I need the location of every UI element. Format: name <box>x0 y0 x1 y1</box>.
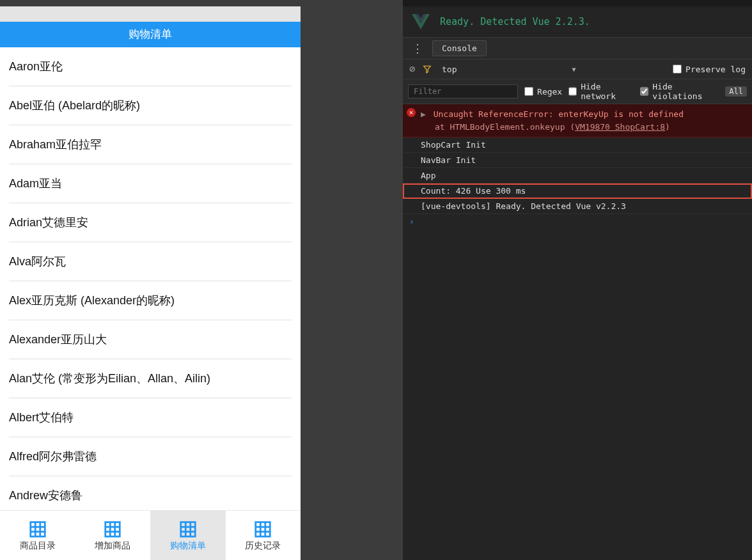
list-item[interactable]: Alfred阿尔弗雷德 <box>9 437 292 476</box>
nav-item-catalog[interactable]: 商品目录 <box>0 511 75 560</box>
svg-rect-10 <box>181 522 196 536</box>
level-all-pill[interactable]: All <box>725 86 747 97</box>
list-item[interactable]: Alva阿尔瓦 <box>9 242 292 281</box>
context-selector[interactable]: top <box>442 65 457 74</box>
nav-label: 商品目录 <box>20 540 56 552</box>
hide-network-toggle[interactable]: Hide network <box>568 82 634 101</box>
devtools-tabbar: ⋮ Console <box>403 37 752 59</box>
panes-gap <box>301 0 403 560</box>
regex-label: Regex <box>537 87 562 97</box>
console-output[interactable]: ✕ ▶ Uncaught ReferenceError: enterKeyUp … <box>403 104 752 560</box>
preserve-log-checkbox[interactable] <box>673 65 682 74</box>
chevron-down-icon: ▼ <box>572 66 576 73</box>
devtools-panel: Ready. Detected Vue 2.2.3. ⋮ Console ⊘ t… <box>403 0 752 560</box>
grid-icon <box>103 520 122 539</box>
hide-violations-label: Hide violations <box>652 82 719 101</box>
dark-strip <box>403 0 752 6</box>
regex-checkbox[interactable] <box>524 87 533 96</box>
error-source-link[interactable]: VM19870 ShopCart:8 <box>575 122 665 132</box>
nav-item-cart[interactable]: 购物清单 <box>150 511 226 560</box>
error-icon: ✕ <box>407 108 416 117</box>
nav-item-history[interactable]: 历史记录 <box>226 511 301 560</box>
vue-devtools-banner: Ready. Detected Vue 2.2.3. <box>403 6 752 37</box>
list-item[interactable]: Albert艾伯特 <box>9 398 292 437</box>
hide-network-checkbox[interactable] <box>568 87 577 96</box>
regex-toggle[interactable]: Regex <box>524 87 562 97</box>
list-item[interactable]: Adam亚当 <box>9 164 292 203</box>
console-log[interactable]: NavBar Init <box>403 153 752 168</box>
hide-network-label: Hide network <box>581 82 634 101</box>
clear-console-icon[interactable]: ⊘ <box>409 63 415 75</box>
hide-violations-toggle[interactable]: Hide violations <box>640 82 719 101</box>
hide-violations-checkbox[interactable] <box>640 87 648 96</box>
grid-icon <box>253 520 272 539</box>
bottom-navbar: 商品目录 增加商品 购物清单 历史记录 <box>0 510 301 560</box>
svg-rect-5 <box>106 522 120 536</box>
svg-marker-22 <box>424 66 431 73</box>
nav-label: 购物清单 <box>170 540 206 552</box>
vue-logo-icon <box>412 13 430 31</box>
expand-icon[interactable]: ▶ <box>421 109 426 119</box>
list-item[interactable]: Abel亚伯 (Abelard的昵称) <box>9 86 292 125</box>
list-item[interactable]: Andrew安德鲁 <box>9 476 292 510</box>
console-toolbar: ⊘ top ▼ Preserve log <box>403 59 752 79</box>
preserve-log-label: Preserve log <box>685 65 746 74</box>
console-log[interactable]: App <box>403 168 752 183</box>
list-item[interactable]: Abraham亚伯拉罕 <box>9 125 292 164</box>
console-log[interactable]: ShopCart Init <box>403 137 752 153</box>
list-item[interactable]: Aaron亚伦 <box>9 47 292 86</box>
svg-rect-15 <box>256 522 270 536</box>
mobile-viewport: 购物清单 Aaron亚伦 Abel亚伯 (Abelard的昵称) Abraham… <box>0 0 301 560</box>
console-prompt[interactable]: › <box>403 214 752 229</box>
error-stack-suffix: ) <box>665 122 670 132</box>
grid-icon <box>178 520 198 539</box>
nav-item-add[interactable]: 增加商品 <box>75 511 151 560</box>
filter-icon[interactable] <box>423 65 432 74</box>
more-icon[interactable]: ⋮ <box>409 42 426 55</box>
console-log-highlighted[interactable]: Count: 426 Use 300 ms <box>403 183 752 199</box>
svg-rect-0 <box>31 522 45 536</box>
list-item[interactable]: Adrian艾德里安 <box>9 203 292 242</box>
list-item[interactable]: Alex亚历克斯 (Alexander的昵称) <box>9 281 292 320</box>
grid-icon <box>28 520 47 539</box>
nav-label: 历史记录 <box>245 540 281 552</box>
error-stack-prefix: at HTMLBodyElement.onkeyup ( <box>435 122 575 132</box>
tab-console[interactable]: Console <box>432 40 487 56</box>
console-error[interactable]: ✕ ▶ Uncaught ReferenceError: enterKeyUp … <box>403 104 752 137</box>
console-filterbar: Regex Hide network Hide violations All <box>403 79 752 104</box>
error-message: Uncaught ReferenceError: enterKeyUp is n… <box>434 109 684 119</box>
preserve-log-toggle[interactable]: Preserve log <box>673 65 746 74</box>
vue-ready-text: Ready. Detected Vue 2.2.3. <box>440 16 590 27</box>
list-item[interactable]: Alan艾伦 (常变形为Eilian、Allan、Ailin) <box>9 359 292 398</box>
page-title: 购物清单 <box>0 22 301 47</box>
shopping-list[interactable]: Aaron亚伦 Abel亚伯 (Abelard的昵称) Abraham亚伯拉罕 … <box>0 47 301 510</box>
list-item[interactable]: Alexander亚历山大 <box>9 320 292 359</box>
console-log[interactable]: [vue-devtools] Ready. Detected Vue v2.2.… <box>403 199 752 214</box>
filter-input[interactable] <box>408 84 518 98</box>
status-bar-grey <box>0 6 301 22</box>
nav-label: 增加商品 <box>95 540 130 552</box>
